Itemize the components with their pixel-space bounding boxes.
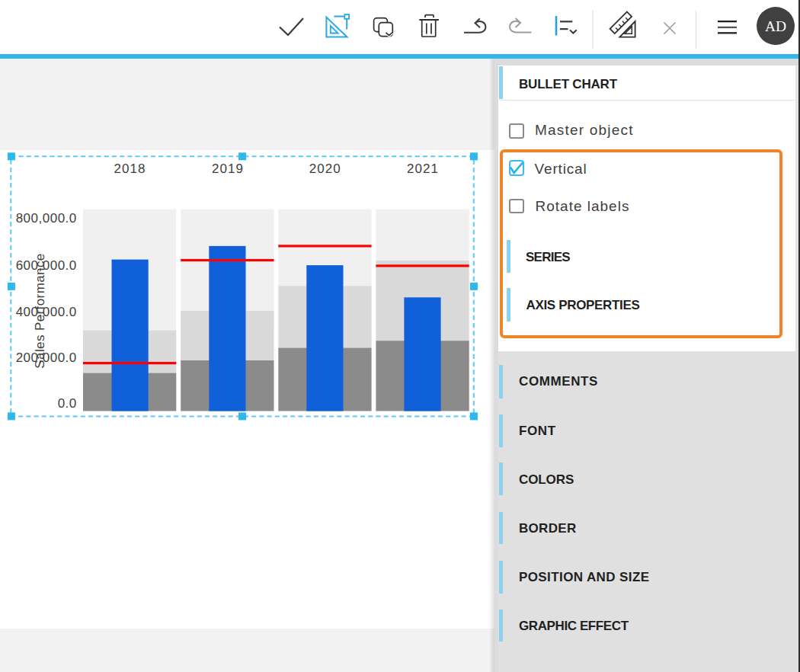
svg-text:2018: 2018 [114, 162, 146, 176]
svg-text:AD: AD [765, 18, 786, 34]
svg-text:2021: 2021 [407, 162, 439, 176]
svg-text:2019: 2019 [212, 162, 244, 176]
svg-text:2020: 2020 [309, 162, 341, 176]
svg-text:800,000.0: 800,000.0 [16, 211, 77, 226]
svg-text:0.0: 0.0 [58, 396, 77, 411]
svg-text:Sales Performance: Sales Performance [33, 253, 47, 368]
